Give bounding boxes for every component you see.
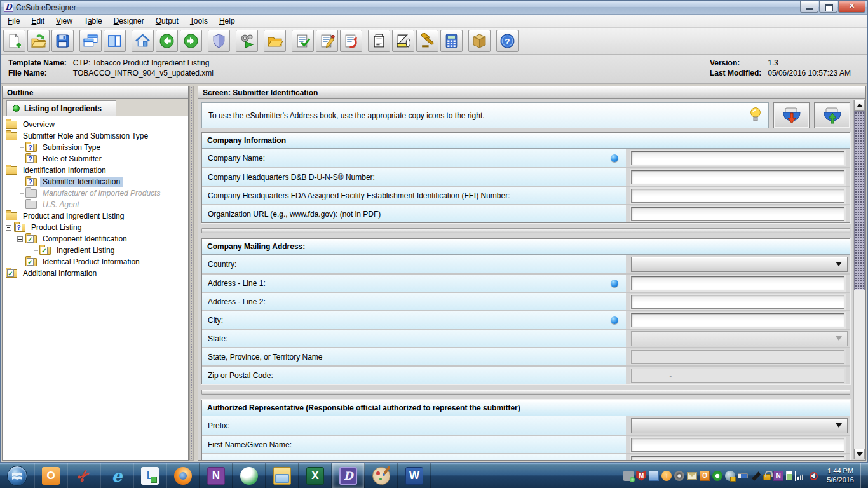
usb-drive-icon[interactable] (738, 473, 748, 478)
collapse-expander-icon[interactable] (17, 236, 23, 242)
taskbar-item-snipping-tool[interactable] (67, 463, 100, 488)
show-desktop-button[interactable] (860, 463, 868, 488)
outlook-tray-icon[interactable]: O (700, 471, 710, 481)
field-label: State: (208, 334, 227, 343)
middle-name-input[interactable] (631, 456, 844, 461)
scroll-up-button[interactable] (854, 100, 865, 111)
duns-number-input[interactable] (631, 170, 844, 184)
new-document-button[interactable] (3, 30, 25, 52)
menu-file[interactable]: File (2, 15, 25, 27)
cascade-windows-button[interactable] (79, 30, 102, 52)
export-document-button[interactable] (340, 30, 362, 52)
split-view-button[interactable] (104, 30, 126, 52)
validate-document-button[interactable] (292, 30, 314, 52)
onenote-clip-icon[interactable]: N (773, 471, 783, 481)
address-line-2-input[interactable] (631, 295, 844, 309)
menu-output[interactable]: Output (150, 15, 184, 27)
tree-item-submitter-role[interactable]: Submitter Role and Submission Type (3, 130, 188, 142)
secure-globe-icon[interactable] (725, 471, 735, 481)
address-line-1-input[interactable] (631, 276, 844, 290)
mcafee-shield-icon[interactable]: M (636, 471, 646, 481)
security-lock-icon[interactable] (763, 474, 771, 480)
save-button[interactable] (51, 30, 74, 52)
open-folder-button[interactable] (264, 30, 286, 52)
tree-item-ingredient-listing[interactable]: Ingredient Listing (3, 245, 188, 256)
run-gears-button[interactable] (236, 30, 258, 52)
software-update-icon[interactable]: ↑ (661, 471, 672, 481)
minimize-button[interactable] (800, 1, 818, 13)
taskbar-item-onenote[interactable]: N (200, 463, 233, 488)
scrollbar-thumb[interactable] (854, 111, 865, 290)
back-button[interactable] (156, 30, 178, 52)
tree-item-component-identification[interactable]: Component Identification (3, 233, 188, 245)
menu-table[interactable]: Table (78, 15, 108, 27)
first-name-input[interactable] (631, 438, 844, 452)
tree-item-role-of-submitter[interactable]: Role of Submitter (3, 153, 188, 165)
menubar: File Edit View Table Designer Output Too… (1, 15, 867, 28)
tree-item-us-agent[interactable]: U.S. Agent (3, 199, 188, 210)
taskbar-item-internet-explorer[interactable]: e (100, 463, 133, 488)
menu-view[interactable]: View (50, 15, 78, 27)
maximize-button[interactable] (819, 1, 837, 13)
new-mail-icon[interactable] (687, 472, 697, 480)
scroll-down-button[interactable] (854, 449, 865, 459)
taskbar-item-excel[interactable]: X (299, 463, 332, 488)
menu-edit[interactable]: Edit (25, 15, 50, 27)
gavel-button[interactable] (416, 30, 438, 52)
company-name-input[interactable] (631, 151, 844, 165)
menu-help[interactable]: Help (214, 15, 241, 27)
usb-safely-remove-icon[interactable] (623, 471, 634, 481)
prefix-select[interactable] (631, 418, 848, 433)
calculator-button[interactable] (440, 30, 463, 52)
tree-item-product-listing[interactable]: Product Listing (3, 222, 188, 233)
satellite-icon[interactable] (750, 471, 761, 481)
fei-number-input[interactable] (631, 189, 844, 203)
taskbar-item-paint[interactable] (365, 463, 398, 488)
volume-muted-icon[interactable] (808, 471, 818, 481)
start-button[interactable] (0, 463, 34, 488)
country-select[interactable] (631, 257, 848, 272)
open-file-button[interactable] (27, 30, 50, 52)
copy-to-address-book-button[interactable] (814, 102, 850, 128)
note-text: To use the eSubmitter's Address book, us… (208, 111, 485, 120)
backup-spiral-icon[interactable] (674, 471, 684, 481)
panel-splitter[interactable] (189, 86, 194, 461)
collapse-expander-icon[interactable] (6, 225, 11, 231)
menu-tools[interactable]: Tools (184, 15, 214, 27)
tree-item-manufacturer-imported-products[interactable]: Manufacturer of Imported Products (3, 187, 188, 199)
shield-validate-button[interactable] (208, 30, 230, 52)
home-button[interactable] (132, 30, 154, 52)
tree-item-product-and-ingredient-listing[interactable]: Product and Ingredient Listing (3, 210, 188, 222)
tree-item-submission-type[interactable]: Submission Type (3, 142, 188, 153)
network-signal-icon[interactable] (795, 471, 805, 481)
tree-item-identification-information[interactable]: Identification Information (3, 165, 188, 176)
forward-button[interactable] (180, 30, 202, 52)
taskbar-item-edesigner[interactable]: D (332, 463, 365, 488)
taskbar-clock[interactable]: 1:44 PM 5/6/2016 (823, 463, 860, 488)
battery-icon[interactable] (786, 471, 792, 480)
tree-item-overview[interactable]: Overview (3, 119, 188, 130)
tree-item-submitter-identification[interactable]: Submitter Identification (3, 176, 188, 187)
taskbar-item-firefox[interactable] (166, 463, 200, 488)
file-sync-icon[interactable] (649, 471, 659, 481)
report-button[interactable] (368, 30, 390, 52)
taskbar-item-word[interactable]: W (398, 463, 431, 488)
menu-designer[interactable]: Designer (108, 15, 150, 27)
copy-from-address-book-button[interactable] (773, 102, 810, 128)
taskbar-item-outlook[interactable]: O (34, 463, 67, 488)
taskbar-item-lync[interactable]: L (133, 463, 166, 488)
organization-url-input[interactable] (631, 207, 844, 221)
taskbar-item-windows-explorer[interactable] (266, 463, 299, 488)
city-input[interactable] (631, 313, 844, 327)
package-button[interactable] (468, 30, 491, 52)
close-button[interactable] (838, 1, 865, 13)
tree-item-identical-product-information[interactable]: Identical Product Information (3, 256, 188, 268)
taskbar-item-webex[interactable] (233, 463, 266, 488)
print-layout-button[interactable] (392, 30, 414, 52)
tab-listing-of-ingredients[interactable]: Listing of Ingredients (6, 100, 116, 116)
help-button[interactable]: ? (496, 30, 519, 52)
tree-item-additional-information[interactable]: Additional Information (3, 268, 188, 279)
edit-document-button[interactable] (316, 30, 338, 52)
template-info-bar: Template Name: CTP: Tobacco Product Ingr… (1, 55, 867, 84)
green-sync-icon[interactable] (712, 471, 722, 481)
